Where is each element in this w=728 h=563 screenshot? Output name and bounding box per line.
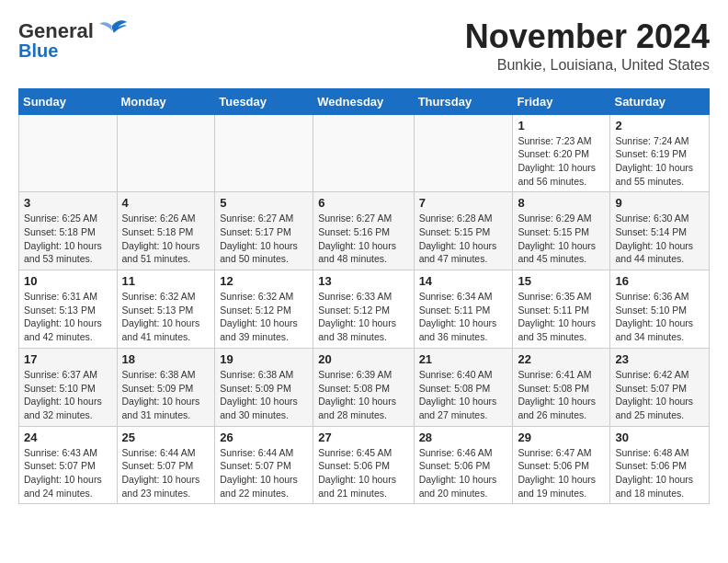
day-number: 19 [220,352,308,366]
day-info: Sunrise: 6:44 AM Sunset: 5:07 PM Dayligh… [220,446,308,500]
day-info: Sunrise: 6:25 AM Sunset: 5:18 PM Dayligh… [24,212,112,266]
calendar-day-cell: 17Sunrise: 6:37 AM Sunset: 5:10 PM Dayli… [19,348,118,426]
calendar-day-cell: 26Sunrise: 6:44 AM Sunset: 5:07 PM Dayli… [215,426,313,504]
weekday-header-saturday: Saturday [610,88,710,114]
day-number: 10 [24,274,112,288]
day-info: Sunrise: 6:45 AM Sunset: 5:06 PM Dayligh… [318,446,408,500]
calendar-day-cell: 24Sunrise: 6:43 AM Sunset: 5:07 PM Dayli… [19,426,118,504]
day-info: Sunrise: 6:33 AM Sunset: 5:12 PM Dayligh… [318,290,408,344]
day-number: 8 [518,196,605,210]
day-info: Sunrise: 6:39 AM Sunset: 5:08 PM Dayligh… [318,368,408,422]
day-info: Sunrise: 6:47 AM Sunset: 5:06 PM Dayligh… [518,446,605,500]
weekday-header-sunday: Sunday [19,88,118,114]
day-number: 23 [615,352,704,366]
calendar-week-row: 10Sunrise: 6:31 AM Sunset: 5:13 PM Dayli… [19,270,710,349]
calendar-day-cell [313,114,414,192]
day-info: Sunrise: 6:32 AM Sunset: 5:12 PM Dayligh… [220,290,308,344]
day-number: 14 [419,274,508,288]
day-number: 12 [220,274,308,288]
day-info: Sunrise: 6:40 AM Sunset: 5:08 PM Dayligh… [419,368,508,422]
day-number: 21 [419,352,508,366]
calendar-day-cell: 25Sunrise: 6:44 AM Sunset: 5:07 PM Dayli… [117,426,215,504]
day-number: 24 [24,431,112,444]
day-info: Sunrise: 6:42 AM Sunset: 5:07 PM Dayligh… [615,368,704,422]
calendar-day-cell: 8Sunrise: 6:29 AM Sunset: 5:15 PM Daylig… [513,192,610,270]
day-number: 15 [518,274,605,288]
calendar-day-cell: 15Sunrise: 6:35 AM Sunset: 5:11 PM Dayli… [513,270,610,349]
weekday-header-row: SundayMondayTuesdayWednesdayThursdayFrid… [19,88,710,114]
calendar-day-cell: 9Sunrise: 6:30 AM Sunset: 5:14 PM Daylig… [610,192,710,270]
calendar-day-cell: 29Sunrise: 6:47 AM Sunset: 5:06 PM Dayli… [513,426,610,504]
day-info: Sunrise: 6:28 AM Sunset: 5:15 PM Dayligh… [419,212,508,266]
day-info: Sunrise: 7:23 AM Sunset: 6:20 PM Dayligh… [518,134,605,189]
logo-general: General [18,20,94,42]
calendar-day-cell: 21Sunrise: 6:40 AM Sunset: 5:08 PM Dayli… [414,348,513,426]
day-info: Sunrise: 6:37 AM Sunset: 5:10 PM Dayligh… [24,368,112,422]
calendar-day-cell: 30Sunrise: 6:48 AM Sunset: 5:06 PM Dayli… [610,426,710,504]
calendar-week-row: 24Sunrise: 6:43 AM Sunset: 5:07 PM Dayli… [19,426,710,504]
title-section: November 2024 Bunkie, Louisiana, United … [465,18,710,74]
day-number: 17 [24,352,112,366]
day-number: 25 [122,431,210,444]
day-info: Sunrise: 6:36 AM Sunset: 5:10 PM Dayligh… [615,290,704,344]
day-number: 20 [318,352,408,366]
calendar-day-cell: 19Sunrise: 6:38 AM Sunset: 5:09 PM Dayli… [215,348,313,426]
day-number: 11 [122,274,210,288]
day-number: 7 [419,196,508,210]
calendar-day-cell: 12Sunrise: 6:32 AM Sunset: 5:12 PM Dayli… [215,270,313,349]
page-header: General Blue November 2024 Bunkie, Louis… [18,18,710,74]
day-number: 13 [318,274,408,288]
day-info: Sunrise: 6:48 AM Sunset: 5:06 PM Dayligh… [615,446,704,500]
day-info: Sunrise: 6:38 AM Sunset: 5:09 PM Dayligh… [220,368,308,422]
calendar-day-cell [215,114,313,192]
day-info: Sunrise: 6:34 AM Sunset: 5:11 PM Dayligh… [419,290,508,344]
weekday-header-friday: Friday [513,88,610,114]
day-number: 3 [24,196,112,210]
calendar-day-cell: 10Sunrise: 6:31 AM Sunset: 5:13 PM Dayli… [19,270,118,349]
day-number: 9 [615,196,704,210]
day-info: Sunrise: 6:44 AM Sunset: 5:07 PM Dayligh… [122,446,210,500]
day-number: 27 [318,431,408,444]
weekday-header-tuesday: Tuesday [215,88,313,114]
day-info: Sunrise: 6:38 AM Sunset: 5:09 PM Dayligh… [122,368,210,422]
day-info: Sunrise: 6:30 AM Sunset: 5:14 PM Dayligh… [615,212,704,266]
day-info: Sunrise: 6:26 AM Sunset: 5:18 PM Dayligh… [122,212,210,266]
calendar-day-cell: 22Sunrise: 6:41 AM Sunset: 5:08 PM Dayli… [513,348,610,426]
day-number: 28 [419,431,508,444]
calendar-day-cell: 14Sunrise: 6:34 AM Sunset: 5:11 PM Dayli… [414,270,513,349]
day-info: Sunrise: 7:24 AM Sunset: 6:19 PM Dayligh… [615,134,704,189]
calendar-day-cell: 7Sunrise: 6:28 AM Sunset: 5:15 PM Daylig… [414,192,513,270]
day-number: 2 [615,119,704,132]
logo-blue: Blue [18,40,58,61]
weekday-header-wednesday: Wednesday [313,88,414,114]
calendar-day-cell: 4Sunrise: 6:26 AM Sunset: 5:18 PM Daylig… [117,192,215,270]
day-info: Sunrise: 6:27 AM Sunset: 5:17 PM Dayligh… [220,212,308,266]
calendar-week-row: 17Sunrise: 6:37 AM Sunset: 5:10 PM Dayli… [19,348,710,426]
day-number: 4 [122,196,210,210]
day-info: Sunrise: 6:27 AM Sunset: 5:16 PM Dayligh… [318,212,408,266]
calendar-day-cell: 5Sunrise: 6:27 AM Sunset: 5:17 PM Daylig… [215,192,313,270]
calendar-day-cell: 1Sunrise: 7:23 AM Sunset: 6:20 PM Daylig… [513,114,610,192]
day-number: 18 [122,352,210,366]
day-number: 6 [318,196,408,210]
day-info: Sunrise: 6:46 AM Sunset: 5:06 PM Dayligh… [419,446,508,500]
calendar-day-cell: 16Sunrise: 6:36 AM Sunset: 5:10 PM Dayli… [610,270,710,349]
calendar-day-cell [19,114,118,192]
calendar-day-cell: 18Sunrise: 6:38 AM Sunset: 5:09 PM Dayli… [117,348,215,426]
calendar-day-cell: 13Sunrise: 6:33 AM Sunset: 5:12 PM Dayli… [313,270,414,349]
calendar-day-cell: 28Sunrise: 6:46 AM Sunset: 5:06 PM Dayli… [414,426,513,504]
calendar-table: SundayMondayTuesdayWednesdayThursdayFrid… [18,88,710,505]
calendar-day-cell: 2Sunrise: 7:24 AM Sunset: 6:19 PM Daylig… [610,114,710,192]
calendar-day-cell: 23Sunrise: 6:42 AM Sunset: 5:07 PM Dayli… [610,348,710,426]
calendar-day-cell [414,114,513,192]
calendar-day-cell: 27Sunrise: 6:45 AM Sunset: 5:06 PM Dayli… [313,426,414,504]
month-title: November 2024 [465,18,710,55]
weekday-header-monday: Monday [117,88,215,114]
calendar-week-row: 1Sunrise: 7:23 AM Sunset: 6:20 PM Daylig… [19,114,710,192]
day-info: Sunrise: 6:41 AM Sunset: 5:08 PM Dayligh… [518,368,605,422]
day-number: 22 [518,352,605,366]
day-number: 1 [518,119,605,132]
day-number: 16 [615,274,704,288]
day-number: 29 [518,431,605,444]
logo: General Blue [18,18,129,61]
